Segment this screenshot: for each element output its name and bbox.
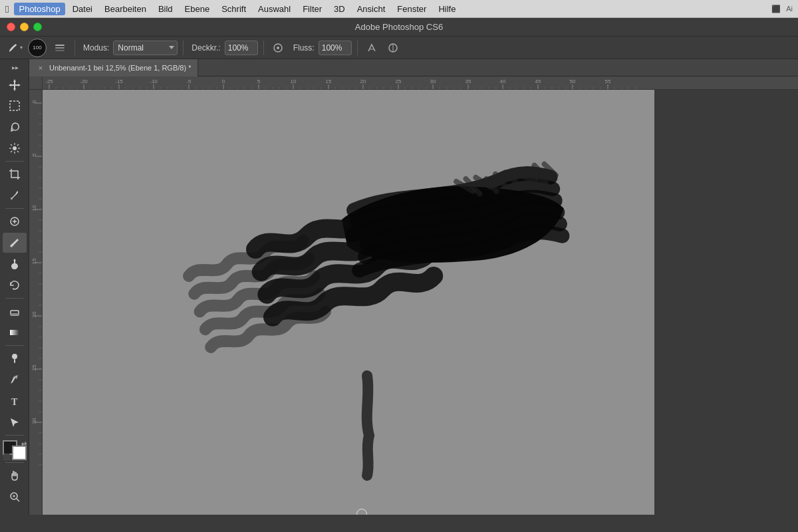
window-controls: [7, 23, 42, 31]
tool-brush[interactable]: [3, 233, 27, 253]
svg-text:50: 50: [570, 78, 576, 84]
sep-5: [5, 435, 24, 436]
flow-value[interactable]: 100%: [319, 41, 352, 55]
menu-hilfe[interactable]: Hilfe: [434, 3, 460, 15]
menu-bearbeiten[interactable]: Bearbeiten: [100, 3, 151, 15]
brush-tool-icon-options[interactable]: ▾: [5, 39, 24, 57]
menu-filter[interactable]: Filter: [298, 3, 327, 15]
menu-bar:  Photoshop Datei Bearbeiten Bild Ebene …: [0, 0, 798, 18]
svg-text:25: 25: [396, 78, 402, 84]
ruler-left: 051015202530: [29, 90, 43, 515]
tool-history[interactable]: [3, 275, 27, 295]
tool-move[interactable]: [3, 74, 27, 94]
tool-magic-wand[interactable]: [3, 138, 27, 158]
flow-label: Fluss:: [293, 43, 315, 53]
photoshop-canvas[interactable]: [43, 90, 654, 515]
apple-menu[interactable]: : [5, 3, 9, 15]
tool-pen[interactable]: [3, 370, 27, 390]
symmetry-icon[interactable]: [384, 39, 402, 57]
svg-text:T: T: [11, 397, 18, 407]
tool-lasso[interactable]: [3, 117, 27, 137]
svg-text:15: 15: [31, 258, 37, 264]
svg-line-30: [17, 499, 19, 501]
background-color[interactable]: [12, 446, 27, 460]
svg-text:30: 30: [31, 418, 37, 424]
opacity-value[interactable]: 100%: [225, 41, 258, 55]
mode-dropdown[interactable]: Normal Aufhellen Abdunkeln Multipliziere…: [113, 41, 178, 55]
adobe-icon: Ai: [786, 5, 793, 13]
svg-text:0: 0: [222, 78, 225, 84]
svg-point-26: [12, 354, 17, 359]
document-tab[interactable]: × Unbenannt-1 bei 12,5% (Ebene 1, RGB/8)…: [29, 59, 198, 76]
tool-dodge[interactable]: [3, 348, 27, 368]
svg-rect-27: [14, 359, 15, 363]
sep-6: [5, 462, 24, 463]
default-colors-icon[interactable]: ⬛: [3, 454, 10, 460]
sep-3: [5, 298, 24, 299]
color-swatches: ⇄ ⬛: [3, 440, 27, 460]
svg-text:40: 40: [500, 78, 506, 84]
tool-path-select[interactable]: [3, 412, 27, 432]
svg-rect-25: [10, 330, 19, 335]
tool-marquee[interactable]: [3, 96, 27, 116]
close-button[interactable]: [7, 23, 15, 31]
menu-photoshop[interactable]: Photoshop: [14, 3, 65, 15]
tool-gradient[interactable]: [3, 323, 27, 342]
svg-text:-10: -10: [150, 78, 158, 84]
tab-close-icon[interactable]: ×: [36, 63, 45, 72]
menu-ansicht[interactable]: Ansicht: [352, 3, 390, 15]
tool-text[interactable]: T: [3, 391, 27, 411]
brush-size-display: 100: [33, 45, 41, 51]
svg-text:-20: -20: [80, 78, 88, 84]
canvas-wrapper[interactable]: -25-20-15-10-50510152025303540455055 051…: [29, 76, 798, 515]
svg-text:10: 10: [31, 205, 37, 211]
tool-eraser[interactable]: [3, 301, 27, 321]
tool-eyedropper[interactable]: [3, 186, 27, 205]
tablet-pressure-icon[interactable]: [363, 39, 380, 57]
menu-schrift[interactable]: Schrift: [217, 3, 251, 15]
menu-fenster[interactable]: Fenster: [392, 3, 431, 15]
menu-3d[interactable]: 3D: [329, 3, 350, 15]
svg-line-16: [11, 151, 12, 152]
svg-text:20: 20: [360, 78, 366, 84]
tool-clone[interactable]: [3, 254, 27, 274]
divider-3: [263, 41, 264, 55]
swap-colors-icon[interactable]: ⇄: [21, 440, 27, 448]
toolbar-collapse[interactable]: ▸▸: [12, 62, 17, 72]
svg-rect-24: [11, 313, 19, 315]
opacity-label: Deckkr.:: [192, 43, 220, 53]
tool-crop[interactable]: [3, 164, 27, 184]
tool-zoom[interactable]: [3, 487, 27, 507]
tool-healing[interactable]: [3, 211, 27, 231]
tool-hand[interactable]: [3, 466, 27, 485]
svg-line-13: [11, 144, 12, 146]
brush-preview[interactable]: 100: [28, 39, 47, 57]
menu-auswahl[interactable]: Auswahl: [253, 3, 295, 15]
svg-text:5: 5: [31, 153, 37, 156]
svg-text:20: 20: [31, 311, 37, 317]
svg-rect-8: [10, 101, 19, 110]
menu-ebene[interactable]: Ebene: [180, 3, 215, 15]
svg-line-15: [17, 144, 19, 146]
sep-4: [5, 345, 24, 346]
menu-bar-right: ⬛ Ai: [771, 5, 793, 13]
svg-rect-1: [55, 47, 65, 49]
svg-text:30: 30: [430, 78, 436, 84]
airbrush-icon[interactable]: [269, 39, 287, 57]
divider-2: [183, 41, 184, 55]
ruler-top: -25-20-15-10-50510152025303540455055: [43, 76, 798, 90]
svg-point-4: [277, 47, 279, 49]
maximize-button[interactable]: [33, 23, 42, 31]
svg-text:-5: -5: [186, 78, 192, 84]
svg-point-17: [13, 146, 17, 150]
tab-title: Unbenannt-1 bei 12,5% (Ebene 1, RGB/8) *: [49, 64, 191, 72]
minimize-button[interactable]: [20, 23, 29, 31]
menu-datei[interactable]: Datei: [68, 3, 97, 15]
ruler-corner: [29, 76, 43, 90]
toolbar: ▸▸: [0, 59, 29, 515]
sep-2: [5, 208, 24, 209]
svg-text:-25: -25: [45, 78, 53, 84]
menu-bild[interactable]: Bild: [154, 3, 178, 15]
svg-text:5: 5: [257, 78, 261, 84]
brush-settings-icon[interactable]: [51, 39, 69, 57]
